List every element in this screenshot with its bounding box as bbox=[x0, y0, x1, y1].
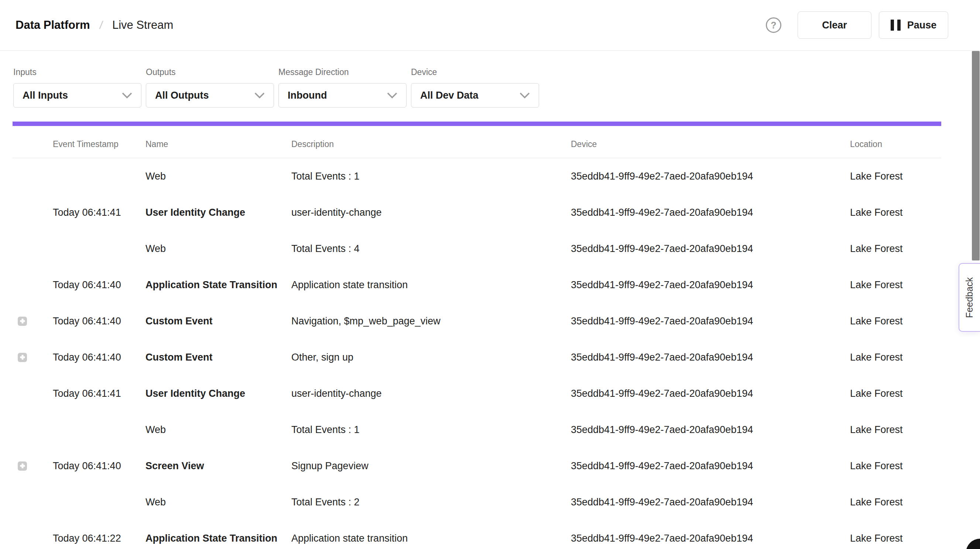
description-cell: Application state transition bbox=[291, 279, 571, 291]
name-cell: User Identity Change bbox=[145, 388, 291, 399]
location-cell: Lake Forest bbox=[850, 243, 941, 255]
stream-activity-bar bbox=[13, 121, 941, 126]
message-direction-select[interactable]: Inbound bbox=[278, 83, 407, 107]
location-cell: Lake Forest bbox=[850, 388, 941, 399]
device-cell: 35eddb41-9ff9-49e2-7aed-20afa90eb194 bbox=[571, 279, 850, 291]
expand-cell bbox=[13, 461, 53, 471]
expand-cell bbox=[13, 317, 53, 326]
expand-row-button[interactable] bbox=[18, 317, 27, 326]
expand-row-button[interactable] bbox=[18, 461, 27, 471]
table-row[interactable]: WebTotal Events : 135eddb41-9ff9-49e2-7a… bbox=[13, 158, 941, 194]
location-cell: Lake Forest bbox=[850, 279, 941, 291]
filter-label-message-direction: Message Direction bbox=[278, 67, 407, 77]
table-row[interactable]: WebTotal Events : 235eddb41-9ff9-49e2-7a… bbox=[13, 484, 941, 520]
name-cell: Web bbox=[145, 243, 291, 255]
feedback-tab-label: Feedback bbox=[964, 277, 975, 318]
breadcrumb-separator: / bbox=[99, 19, 103, 31]
feedback-tab[interactable]: Feedback bbox=[959, 263, 980, 332]
outputs-select-value: All Outputs bbox=[155, 90, 208, 101]
filter-bar: Inputs All Inputs Outputs All Outputs Me… bbox=[0, 51, 980, 107]
location-cell: Lake Forest bbox=[850, 207, 941, 219]
device-cell: 35eddb41-9ff9-49e2-7aed-20afa90eb194 bbox=[571, 533, 850, 544]
location-cell: Lake Forest bbox=[850, 496, 941, 508]
breadcrumb-section[interactable]: Data Platform bbox=[16, 19, 90, 32]
column-header-location: Location bbox=[850, 139, 941, 149]
description-cell: Total Events : 2 bbox=[291, 496, 571, 508]
inputs-select-value: All Inputs bbox=[22, 90, 68, 101]
table-header-row: Event Timestamp Name Description Device … bbox=[13, 126, 941, 158]
pause-button[interactable]: Pause bbox=[879, 11, 948, 39]
table-row[interactable]: Today 06:41:40Screen ViewSignup Pageview… bbox=[13, 448, 941, 484]
device-select-value: All Dev Data bbox=[420, 90, 479, 101]
device-cell: 35eddb41-9ff9-49e2-7aed-20afa90eb194 bbox=[571, 171, 850, 182]
description-cell: Total Events : 1 bbox=[291, 424, 571, 436]
name-cell: Application State Transition bbox=[145, 533, 291, 544]
location-cell: Lake Forest bbox=[850, 424, 941, 436]
timestamp-cell: Today 06:41:22 bbox=[53, 533, 145, 544]
description-cell: Signup Pageview bbox=[291, 460, 571, 472]
scrollbar[interactable] bbox=[972, 51, 980, 260]
live-stream-page: Data Platform / Live Stream ? Clear Paus… bbox=[0, 0, 980, 549]
description-cell: Total Events : 1 bbox=[291, 171, 571, 182]
timestamp-cell: Today 06:41:40 bbox=[53, 279, 145, 291]
filter-label-outputs: Outputs bbox=[146, 67, 274, 77]
table-row[interactable]: Today 06:41:40Custom EventOther, sign up… bbox=[13, 339, 941, 375]
clear-button[interactable]: Clear bbox=[798, 11, 872, 39]
name-cell: Custom Event bbox=[145, 316, 291, 327]
name-cell: Web bbox=[145, 171, 291, 182]
pause-icon bbox=[891, 19, 900, 31]
device-cell: 35eddb41-9ff9-49e2-7aed-20afa90eb194 bbox=[571, 388, 850, 399]
help-glyph: ? bbox=[771, 21, 776, 30]
chevron-down-icon bbox=[255, 93, 265, 99]
location-cell: Lake Forest bbox=[850, 533, 941, 544]
table-body: WebTotal Events : 135eddb41-9ff9-49e2-7a… bbox=[13, 158, 941, 549]
filter-group-outputs: Outputs All Outputs bbox=[146, 67, 274, 107]
help-icon[interactable]: ? bbox=[766, 18, 781, 33]
location-cell: Lake Forest bbox=[850, 316, 941, 327]
outputs-select[interactable]: All Outputs bbox=[146, 83, 274, 107]
chevron-down-icon bbox=[520, 93, 530, 99]
inputs-select[interactable]: All Inputs bbox=[13, 83, 142, 107]
column-header-event-timestamp: Event Timestamp bbox=[53, 139, 145, 149]
column-header-name: Name bbox=[145, 139, 291, 149]
filter-label-inputs: Inputs bbox=[13, 67, 142, 77]
filter-label-device: Device bbox=[411, 67, 539, 77]
events-table: Event Timestamp Name Description Device … bbox=[13, 126, 941, 549]
breadcrumb: Data Platform / Live Stream bbox=[16, 19, 173, 32]
table-row[interactable]: Today 06:41:41User Identity Changeuser-i… bbox=[13, 375, 941, 412]
message-direction-select-value: Inbound bbox=[288, 90, 327, 101]
expand-row-button[interactable] bbox=[18, 353, 27, 362]
chevron-down-icon bbox=[122, 93, 132, 99]
timestamp-cell: Today 06:41:40 bbox=[53, 352, 145, 363]
location-cell: Lake Forest bbox=[850, 460, 941, 472]
name-cell: Application State Transition bbox=[145, 279, 291, 291]
table-row[interactable]: WebTotal Events : 435eddb41-9ff9-49e2-7a… bbox=[13, 231, 941, 267]
table-row[interactable]: WebTotal Events : 135eddb41-9ff9-49e2-7a… bbox=[13, 412, 941, 448]
description-cell: Other, sign up bbox=[291, 352, 571, 363]
chat-launcher-partial[interactable] bbox=[966, 539, 980, 549]
device-cell: 35eddb41-9ff9-49e2-7aed-20afa90eb194 bbox=[571, 352, 850, 363]
description-cell: Application state transition bbox=[291, 533, 571, 544]
name-cell: Web bbox=[145, 424, 291, 436]
filter-group-inputs: Inputs All Inputs bbox=[13, 67, 142, 107]
description-cell: user-identity-change bbox=[291, 388, 571, 399]
page-header: Data Platform / Live Stream ? Clear Paus… bbox=[0, 0, 980, 51]
column-header-device: Device bbox=[571, 139, 850, 149]
timestamp-cell: Today 06:41:41 bbox=[53, 207, 145, 219]
device-cell: 35eddb41-9ff9-49e2-7aed-20afa90eb194 bbox=[571, 460, 850, 472]
device-cell: 35eddb41-9ff9-49e2-7aed-20afa90eb194 bbox=[571, 496, 850, 508]
device-select[interactable]: All Dev Data bbox=[411, 83, 539, 107]
name-cell: Screen View bbox=[145, 460, 291, 472]
name-cell: Web bbox=[145, 496, 291, 508]
timestamp-cell: Today 06:41:41 bbox=[53, 388, 145, 399]
table-row[interactable]: Today 06:41:22Application State Transiti… bbox=[13, 520, 941, 549]
table-row[interactable]: Today 06:41:41User Identity Changeuser-i… bbox=[13, 194, 941, 231]
pause-label: Pause bbox=[907, 19, 937, 31]
table-row[interactable]: Today 06:41:40Application State Transiti… bbox=[13, 267, 941, 303]
filter-group-message-direction: Message Direction Inbound bbox=[278, 67, 407, 107]
expand-cell bbox=[13, 353, 53, 362]
location-cell: Lake Forest bbox=[850, 171, 941, 182]
table-row[interactable]: Today 06:41:40Custom EventNavigation, $m… bbox=[13, 303, 941, 339]
filter-group-device: Device All Dev Data bbox=[411, 67, 539, 107]
device-cell: 35eddb41-9ff9-49e2-7aed-20afa90eb194 bbox=[571, 316, 850, 327]
